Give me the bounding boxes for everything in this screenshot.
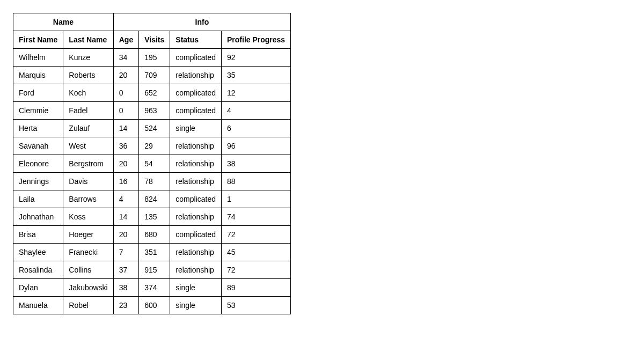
cell-last-name: Roberts: [63, 67, 113, 84]
header-progress: Profile Progress: [222, 31, 291, 49]
cell-first-name: Dylan: [13, 279, 63, 297]
table-header-row-groups: Name Info: [13, 13, 291, 31]
table-row: BrisaHoeger20680complicated72: [13, 226, 291, 244]
cell-progress: 72: [222, 226, 291, 244]
table-header-row-columns: First Name Last Name Age Visits Status P…: [13, 31, 291, 49]
table-row: JenningsDavis1678relationship88: [13, 173, 291, 190]
cell-age: 37: [113, 261, 138, 279]
cell-first-name: Manuela: [13, 297, 63, 314]
cell-first-name: Ford: [13, 84, 63, 102]
cell-visits: 195: [139, 49, 170, 67]
cell-age: 20: [113, 155, 138, 173]
cell-last-name: Bergstrom: [63, 155, 113, 173]
cell-age: 0: [113, 102, 138, 120]
cell-visits: 351: [139, 244, 170, 261]
cell-first-name: Wilhelm: [13, 49, 63, 67]
cell-visits: 963: [139, 102, 170, 120]
cell-visits: 78: [139, 173, 170, 190]
cell-progress: 53: [222, 297, 291, 314]
cell-visits: 29: [139, 137, 170, 155]
cell-age: 20: [113, 226, 138, 244]
cell-last-name: Zulauf: [63, 120, 113, 137]
cell-progress: 96: [222, 137, 291, 155]
cell-last-name: Koss: [63, 208, 113, 226]
cell-first-name: Clemmie: [13, 102, 63, 120]
cell-last-name: Koch: [63, 84, 113, 102]
cell-progress: 89: [222, 279, 291, 297]
cell-progress: 74: [222, 208, 291, 226]
cell-status: complicated: [170, 102, 222, 120]
cell-first-name: Marquis: [13, 67, 63, 84]
cell-progress: 38: [222, 155, 291, 173]
cell-status: relationship: [170, 208, 222, 226]
cell-last-name: Robel: [63, 297, 113, 314]
cell-progress: 45: [222, 244, 291, 261]
cell-age: 4: [113, 190, 138, 208]
header-group-info: Info: [113, 13, 290, 31]
cell-last-name: Franecki: [63, 244, 113, 261]
cell-first-name: Brisa: [13, 226, 63, 244]
table-row: LailaBarrows4824complicated1: [13, 190, 291, 208]
table-head: Name Info First Name Last Name Age Visit…: [13, 13, 291, 49]
cell-age: 20: [113, 67, 138, 84]
cell-status: complicated: [170, 84, 222, 102]
cell-first-name: Herta: [13, 120, 63, 137]
table-row: SavanahWest3629relationship96: [13, 137, 291, 155]
cell-status: complicated: [170, 49, 222, 67]
header-visits: Visits: [139, 31, 170, 49]
cell-progress: 35: [222, 67, 291, 84]
cell-status: single: [170, 120, 222, 137]
cell-visits: 600: [139, 297, 170, 314]
table-row: MarquisRoberts20709relationship35: [13, 67, 291, 84]
cell-status: relationship: [170, 244, 222, 261]
cell-progress: 4: [222, 102, 291, 120]
table-row: WilhelmKunze34195complicated92: [13, 49, 291, 67]
cell-last-name: Davis: [63, 173, 113, 190]
cell-progress: 1: [222, 190, 291, 208]
header-group-name: Name: [13, 13, 114, 31]
cell-last-name: Fadel: [63, 102, 113, 120]
cell-age: 0: [113, 84, 138, 102]
cell-last-name: Collins: [63, 261, 113, 279]
cell-visits: 680: [139, 226, 170, 244]
table-row: FordKoch0652complicated12: [13, 84, 291, 102]
header-last-name: Last Name: [63, 31, 113, 49]
cell-progress: 88: [222, 173, 291, 190]
cell-visits: 135: [139, 208, 170, 226]
cell-status: single: [170, 279, 222, 297]
header-first-name: First Name: [13, 31, 63, 49]
cell-age: 14: [113, 120, 138, 137]
cell-status: complicated: [170, 226, 222, 244]
cell-status: relationship: [170, 67, 222, 84]
table-row: JohnathanKoss14135relationship74: [13, 208, 291, 226]
cell-first-name: Johnathan: [13, 208, 63, 226]
cell-status: complicated: [170, 190, 222, 208]
cell-first-name: Jennings: [13, 173, 63, 190]
cell-age: 36: [113, 137, 138, 155]
table-row: HertaZulauf14524single6: [13, 120, 291, 137]
cell-first-name: Shaylee: [13, 244, 63, 261]
cell-first-name: Savanah: [13, 137, 63, 155]
people-table: Name Info First Name Last Name Age Visit…: [13, 13, 291, 314]
cell-visits: 374: [139, 279, 170, 297]
cell-first-name: Eleonore: [13, 155, 63, 173]
table-row: DylanJakubowski38374single89: [13, 279, 291, 297]
cell-last-name: Kunze: [63, 49, 113, 67]
cell-progress: 6: [222, 120, 291, 137]
cell-age: 34: [113, 49, 138, 67]
cell-progress: 12: [222, 84, 291, 102]
cell-progress: 72: [222, 261, 291, 279]
cell-last-name: Barrows: [63, 190, 113, 208]
cell-age: 38: [113, 279, 138, 297]
cell-status: relationship: [170, 173, 222, 190]
cell-visits: 524: [139, 120, 170, 137]
table-row: ClemmieFadel0963complicated4: [13, 102, 291, 120]
header-status: Status: [170, 31, 222, 49]
cell-age: 7: [113, 244, 138, 261]
table-row: ShayleeFranecki7351relationship45: [13, 244, 291, 261]
cell-status: relationship: [170, 137, 222, 155]
header-age: Age: [113, 31, 138, 49]
table-row: ManuelaRobel23600single53: [13, 297, 291, 314]
table-body: WilhelmKunze34195complicated92MarquisRob…: [13, 49, 291, 314]
cell-last-name: West: [63, 137, 113, 155]
